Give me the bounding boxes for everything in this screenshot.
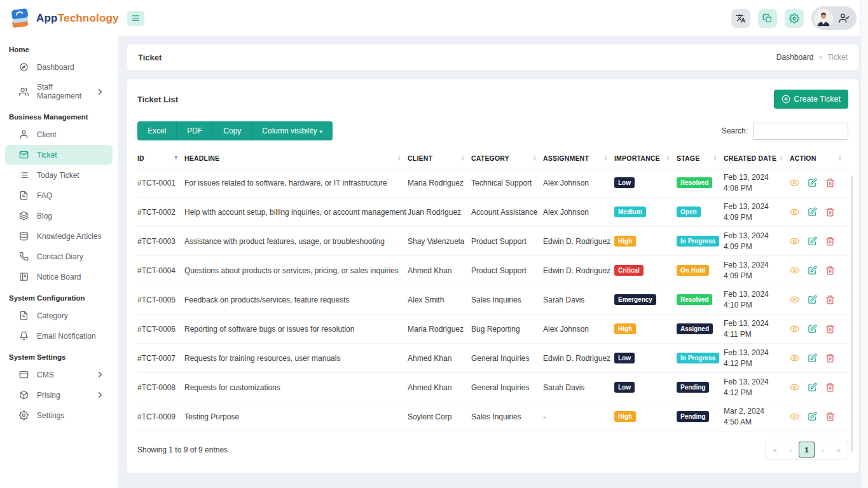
edit-ticket-button[interactable] [808,353,817,363]
search-control: Search: [722,123,848,140]
sidebar-item-settings[interactable]: Settings [5,405,113,425]
app-logo[interactable]: AppTechnology [0,7,118,30]
column-header-assignment[interactable]: ASSIGNMENT▲▼ [543,149,614,168]
copy-export-button[interactable]: Copy [212,121,251,140]
translate-button[interactable] [731,9,750,28]
stage-badge: Assigned [677,323,713,334]
sidebar-item-today-ticket[interactable]: Today Ticket [5,165,113,185]
settings-button[interactable] [785,9,804,28]
delete-ticket-button[interactable] [825,178,835,187]
sidebar-item-dashboard[interactable]: Dashboard [5,57,113,77]
ticket-client: Juan Rodriguez [408,198,471,227]
ticket-actions [790,168,848,198]
created-date: Feb 13, 2024 [724,348,786,358]
column-label: CLIENT [408,154,432,162]
view-ticket-button[interactable] [790,324,799,334]
delete-ticket-button[interactable] [825,236,835,246]
pagination-first-button[interactable]: « [767,442,783,458]
view-ticket-button[interactable] [790,295,799,304]
create-ticket-button[interactable]: Create Ticket [774,90,848,109]
importance-badge: High [614,236,636,247]
stage: In Progress [677,227,724,256]
view-ticket-button[interactable] [790,178,799,187]
column-header-importance[interactable]: IMPORTANCE▲▼ [614,149,677,168]
column-header-id[interactable]: ID▲▼ [137,149,184,168]
edit-ticket-button[interactable] [808,383,817,392]
edit-ticket-button[interactable] [808,236,817,246]
sidebar-item-category[interactable]: Category [5,306,113,325]
sidebar-item-email-notification[interactable]: Email Notification [5,326,113,346]
ticket-headline: Requests for customizations [184,373,408,402]
sidebar-item-contact-diary[interactable]: Contact Diary [5,247,113,266]
pagination-prev-button[interactable]: ‹ [783,442,799,458]
breadcrumb-separator-icon: › [819,53,822,62]
view-ticket-button[interactable] [790,353,799,363]
ticket-category: Sales Inquiries [471,285,543,315]
search-input[interactable] [753,123,848,140]
sidebar-item-notice-board[interactable]: Notice Board [5,267,113,287]
ticket-assignment: Edwin D. Rodriguez [543,227,614,256]
sidebar-item-cms[interactable]: CMS [5,365,113,384]
profile-button[interactable] [811,6,857,30]
sidebar-item-staff-management[interactable]: Staff Management [5,78,113,105]
view-ticket-button[interactable] [790,266,799,275]
view-ticket-button[interactable] [790,412,799,421]
sidebar-item-prising[interactable]: Prising [5,385,113,405]
edit-ticket-button[interactable] [808,412,817,421]
view-ticket-button[interactable] [790,383,799,392]
pagination-page-1[interactable]: 1 [799,442,815,458]
stage: In Progress [677,344,724,373]
ticket-actions [790,402,848,431]
edit-ticket-button[interactable] [808,266,817,275]
cms-icon [19,370,29,379]
view-ticket-button[interactable] [790,207,799,217]
page-scrollbar[interactable] [860,0,868,488]
breadcrumb-dashboard[interactable]: Dashboard [776,53,814,62]
excel-export-button[interactable]: Excel [137,121,176,140]
view-ticket-button[interactable] [790,236,799,246]
pdf-export-button[interactable]: PDF [176,121,212,140]
sidebar-item-knowledge-articles[interactable]: Knowledge Articles [5,226,113,246]
table-scrollbar[interactable] [851,175,853,452]
file-icon [19,311,29,320]
edit-ticket-button[interactable] [808,207,817,217]
sidebar-toggle-button[interactable] [127,11,144,26]
delete-ticket-button[interactable] [825,207,835,217]
column-header-stage[interactable]: STAGE▲▼ [677,149,724,168]
edit-ticket-button[interactable] [808,295,817,304]
column-header-client[interactable]: CLIENT▲▼ [408,149,471,168]
pagination-next-button[interactable]: › [815,442,830,458]
sidebar-item-ticket[interactable]: Ticket [5,145,113,165]
edit-ticket-button[interactable] [808,178,817,187]
column-header-headline[interactable]: HEADLINE▲▼ [184,149,408,168]
column-visibility-button[interactable]: Column visibility▾ [251,121,333,140]
column-header-category[interactable]: CATEGORY▲▼ [471,149,543,168]
ticket-category: General Inquiries [471,344,543,373]
sidebar-item-blog[interactable]: Blog [5,206,113,226]
delete-ticket-button[interactable] [825,266,835,275]
delete-ticket-button[interactable] [825,412,835,421]
copy-button[interactable] [758,9,777,28]
ticket-client: Ahmed Khan [408,344,471,373]
column-header-action[interactable]: ACTION▲▼ [790,149,848,168]
delete-ticket-button[interactable] [825,324,835,334]
edit-ticket-button[interactable] [808,324,817,334]
ticket-created-date: Mar 2, 20244:50 AM [724,402,790,431]
column-header-created-date[interactable]: CREATED DATE▲▼ [724,149,790,168]
column-label: IMPORTANCE [614,154,660,162]
ticket-actions [790,344,848,373]
sidebar-section-system-configuration: System Configuration [0,287,118,305]
stage: Open [677,198,724,227]
delete-ticket-button[interactable] [825,353,835,363]
delete-ticket-button[interactable] [825,383,835,392]
sidebar-item-client[interactable]: Client [5,125,113,144]
sidebar-item-faq[interactable]: FAQ [5,186,113,205]
ticket-headline: For issues related to software, hardware… [184,168,408,198]
top-header: AppTechnology [0,0,868,36]
importance-badge: High [614,411,636,422]
file-icon [19,191,29,200]
menu-icon [131,13,141,23]
pagination-last-button[interactable]: » [830,442,846,458]
header-actions [731,6,868,30]
delete-ticket-button[interactable] [825,295,835,304]
